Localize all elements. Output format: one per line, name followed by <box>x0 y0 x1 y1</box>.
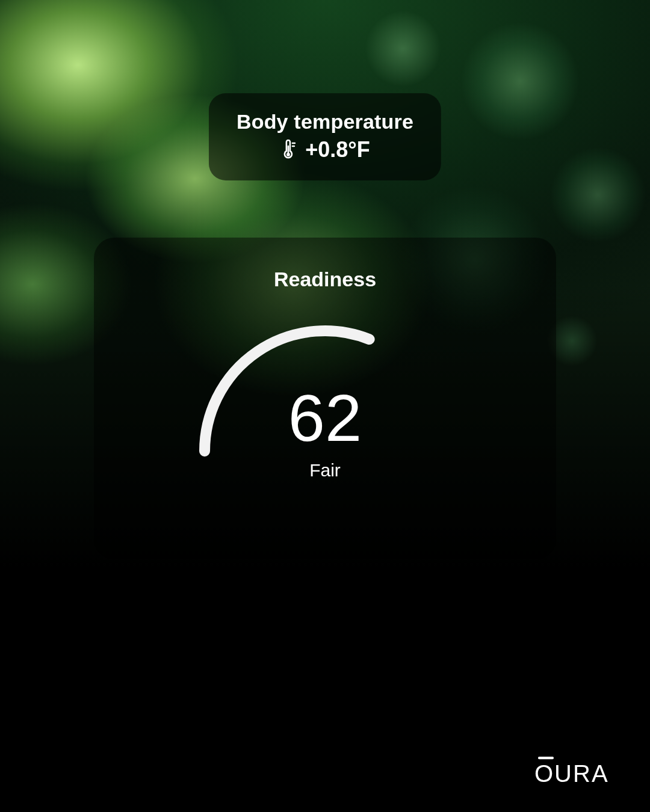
oura-logo: OURA <box>534 755 625 787</box>
body-temperature-value: +0.8°F <box>305 137 370 162</box>
thermometer-icon <box>280 140 297 160</box>
body-temperature-title: Body temperature <box>237 110 413 134</box>
body-temperature-card[interactable]: Body temperature +0.8°F <box>209 93 441 180</box>
svg-rect-4 <box>538 757 554 759</box>
readiness-score-value: 62 <box>187 385 463 451</box>
body-temperature-row: +0.8°F <box>237 137 413 162</box>
svg-text:OURA: OURA <box>534 760 609 787</box>
readiness-title: Readiness <box>118 268 532 291</box>
readiness-gauge: 62 Fair <box>187 313 463 469</box>
readiness-score-label: Fair <box>187 460 463 481</box>
readiness-card[interactable]: Readiness 62 Fair <box>94 238 556 559</box>
